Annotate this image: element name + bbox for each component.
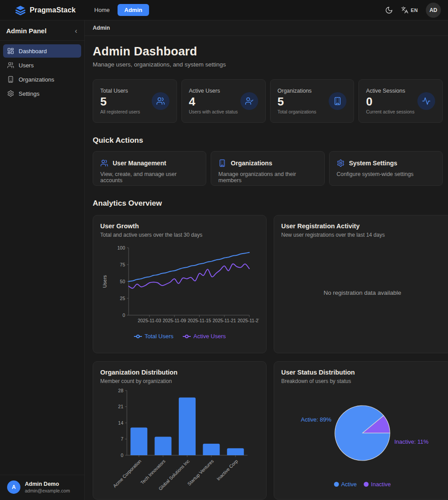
dashboard-icon (7, 47, 14, 55)
growth-legend: Total UsersActive Users (134, 333, 226, 342)
legend-item-total-users[interactable]: Total Users (134, 333, 173, 340)
activity-icon (417, 92, 435, 110)
sidebar-user[interactable]: A Admin Demo admin@example.com (0, 475, 84, 500)
sidebar-item-label: Settings (19, 90, 39, 97)
building-icon (7, 76, 14, 83)
stat-caption: Users with active status (189, 109, 238, 114)
chart-title: User Status Distribution (281, 369, 444, 376)
quick-action-description: Manage organizations and their members (218, 171, 317, 184)
quick-action-title: System Settings (349, 160, 397, 167)
legend-label: Active (341, 481, 357, 488)
pie-legend-item-inactive[interactable]: Inactive (364, 481, 391, 488)
svg-text:0: 0 (121, 453, 123, 458)
svg-text:50: 50 (120, 279, 125, 284)
svg-text:2025-11-21: 2025-11-21 (212, 318, 236, 323)
sidebar-user-email: admin@example.com (25, 488, 70, 493)
svg-text:Inactive Corp: Inactive Corp (216, 458, 239, 481)
legend-label: Total Users (145, 333, 173, 340)
svg-text:100: 100 (117, 245, 125, 250)
quick-actions-grid: User ManagementView, create, and manage … (93, 151, 443, 186)
svg-text:14: 14 (118, 420, 123, 426)
sidebar-item-label: Dashboard (19, 48, 47, 55)
sidebar-item-settings[interactable]: Settings (3, 87, 81, 100)
building-icon (329, 92, 346, 110)
organization-bar-chart: 07142128Acme CorporationTech InnovatorsG… (100, 384, 259, 495)
stat-value: 0 (366, 95, 414, 108)
svg-text:7: 7 (121, 436, 123, 441)
stats-grid: Total Users5All registered usersActive U… (93, 79, 443, 123)
stat-value: 4 (189, 95, 238, 108)
svg-text:25: 25 (120, 296, 125, 301)
brand-name: PragmaStack (30, 6, 76, 14)
gear-icon (7, 90, 14, 97)
stat-caption: Total organizations (278, 109, 317, 114)
legend-label: Inactive (371, 481, 391, 488)
svg-text:0: 0 (122, 312, 125, 318)
quick-action-user-management[interactable]: User ManagementView, create, and manage … (93, 151, 206, 186)
chart-title: Organization Distribution (100, 369, 259, 376)
charts-grid: User Growth Total and active users over … (93, 215, 443, 500)
user-check-icon (240, 92, 258, 110)
svg-text:2025-11-03: 2025-11-03 (138, 318, 161, 323)
sidebar-item-dashboard[interactable]: Dashboard (3, 44, 81, 58)
main-nav: HomeAdmin (90, 4, 149, 16)
top-navbar: PragmaStack HomeAdmin EN AD (0, 0, 448, 20)
chart-card-registration: User Registration Activity New user regi… (274, 215, 448, 353)
stat-card-total-users: Total Users5All registered users (93, 79, 177, 123)
pie-legend: ActiveInactive (334, 481, 391, 491)
quick-action-organizations[interactable]: OrganizationsManage organizations and th… (211, 151, 324, 186)
building-icon (218, 159, 226, 167)
svg-text:Tech Innovators: Tech Innovators (139, 458, 166, 485)
breadcrumb[interactable]: Admin (93, 25, 110, 31)
svg-text:Active: 89%: Active: 89% (301, 416, 331, 423)
legend-label: Active Users (193, 333, 226, 340)
legend-item-active-users[interactable]: Active Users (182, 333, 226, 340)
sidebar-user-name: Admin Demo (25, 481, 70, 487)
main-content: Admin Admin Dashboard Manage users, orga… (85, 20, 448, 500)
user-growth-line-chart: 02550751002025-11-032025-11-092025-11-15… (100, 243, 259, 332)
svg-text:75: 75 (120, 262, 125, 267)
quick-action-description: View, create, and manage user accounts (100, 171, 199, 184)
analytics-heading: Analytics Overview (93, 199, 443, 208)
page-subtitle: Manage users, organizations, and system … (93, 61, 443, 68)
pie-legend-item-active[interactable]: Active (334, 481, 357, 488)
user-status-pie-chart: Active: 89%Inactive: 11% (281, 387, 444, 481)
quick-action-system-settings[interactable]: System SettingsConfigure system-wide set… (329, 151, 443, 186)
brand[interactable]: PragmaStack (15, 5, 76, 16)
gear-icon (337, 159, 345, 167)
users-icon (100, 159, 108, 167)
quick-action-title: User Management (113, 160, 166, 167)
chart-subtitle: Breakdown of users by status (281, 378, 444, 384)
sidebar-nav: DashboardUsersOrganizationsSettings (0, 41, 84, 104)
chart-subtitle: New user registrations over the last 14 … (281, 232, 444, 238)
chart-card-user-growth: User Growth Total and active users over … (93, 215, 267, 353)
chart-subtitle: Member count by organization (100, 378, 259, 384)
sidebar-item-organizations[interactable]: Organizations (3, 73, 81, 86)
sidebar-item-users[interactable]: Users (3, 59, 81, 72)
language-switcher[interactable]: EN (401, 6, 418, 14)
svg-text:Inactive: 11%: Inactive: 11% (394, 438, 429, 445)
legend-dot (334, 482, 339, 487)
chart-title: User Registration Activity (281, 223, 444, 230)
stat-card-active-users: Active Users4Users with active status (181, 79, 266, 123)
sidebar-item-label: Organizations (19, 76, 54, 83)
stat-card-active-sessions: Active Sessions0Current active sessions (358, 79, 443, 123)
chart-card-user-status: User Status Distribution Breakdown of us… (274, 361, 448, 500)
chart-card-org-distribution: Organization Distribution Member count b… (93, 361, 267, 500)
language-label: EN (411, 8, 418, 13)
quick-actions-heading: Quick Actions (93, 136, 443, 145)
nav-link-admin[interactable]: Admin (118, 4, 149, 16)
theme-toggle-moon-icon[interactable] (385, 6, 393, 14)
stat-caption: Current active sessions (366, 109, 414, 114)
chevron-left-icon[interactable]: ‹ (75, 27, 77, 35)
nav-link-home[interactable]: Home (90, 4, 114, 16)
user-avatar[interactable]: AD (426, 3, 441, 18)
sidebar-item-label: Users (19, 62, 34, 69)
breadcrumb-bar: Admin (85, 20, 448, 36)
quick-action-description: Configure system-wide settings (337, 171, 435, 177)
legend-dot (364, 482, 369, 487)
line-legend-marker (134, 334, 142, 339)
chart-title: User Growth (100, 223, 259, 230)
svg-text:28: 28 (118, 388, 123, 393)
svg-text:Users: Users (102, 275, 107, 288)
